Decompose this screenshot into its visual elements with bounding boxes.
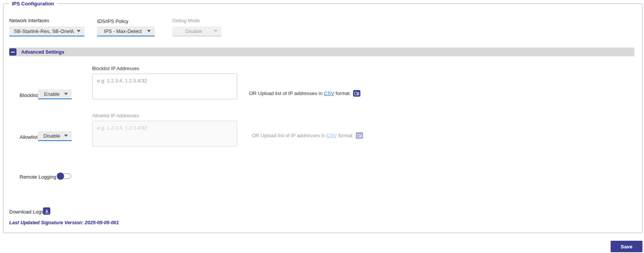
save-button[interactable]: Save <box>611 241 642 252</box>
debug-mode-label: Debug Mode <box>172 18 200 23</box>
blocklist-state-value: Enable <box>43 91 61 97</box>
ids-ips-policy-label: IDS/IPS Policy <box>97 19 128 24</box>
ips-configuration-panel: IPS Configuration Network Interfaces SB-… <box>3 1 642 233</box>
blocklist-state-dropdown[interactable]: Enable <box>38 89 72 99</box>
allowlist-upload-button <box>356 132 363 139</box>
remote-logging-toggle[interactable] <box>57 172 71 180</box>
allowlist-ip-addresses-input <box>92 121 237 146</box>
blocklist-csv-link[interactable]: CSV <box>324 90 334 96</box>
ids-ips-policy-value: IPS - Max-Detect <box>102 28 144 34</box>
allowlist-csv-upload-line: OR Upload list of IP addresses in CSV fo… <box>252 132 363 139</box>
download-icon <box>45 209 49 214</box>
download-logs-button[interactable] <box>43 207 50 215</box>
toggle-knob <box>57 172 64 180</box>
allowlist-upload-text: OR Upload list of IP addresses in <box>252 133 327 138</box>
blocklist-ip-addresses-input[interactable] <box>92 74 237 99</box>
ids-ips-policy-dropdown[interactable]: IPS - Max-Detect <box>97 26 155 36</box>
blocklist-upload-text-suffix: format <box>334 90 350 96</box>
network-interfaces-dropdown[interactable]: SB-Starlink-Res, SB-OneWebb <box>9 26 84 36</box>
remote-logging-label: Remote Logging <box>20 174 56 180</box>
blocklist-ip-addresses-label: Blocklist IP Addresses <box>92 66 139 71</box>
blocklist-upload-text: OR Upload list of IP addresses in <box>249 90 324 96</box>
minus-icon <box>11 52 15 53</box>
chevron-down-icon <box>214 30 218 32</box>
chevron-down-icon <box>77 30 81 32</box>
signature-version-text: Last Updated Signature Version: 2025-05-… <box>9 220 119 225</box>
advanced-settings-bar: Advanced Settings <box>9 48 634 56</box>
allowlist-ip-addresses-label: Allowlist IP Addresses <box>92 113 139 118</box>
chevron-down-icon <box>147 30 151 32</box>
blocklist-label: Blocklist <box>20 92 38 98</box>
blocklist-csv-upload-line: OR Upload list of IP addresses in CSV fo… <box>249 90 360 97</box>
folder-upload-icon <box>357 133 362 138</box>
chevron-down-icon <box>64 135 68 137</box>
collapse-minus-button[interactable] <box>9 48 17 56</box>
debug-mode-value: Disable <box>177 28 211 34</box>
allowlist-label: Allowlist <box>20 134 38 140</box>
download-logs-label: Download Logs <box>9 209 44 215</box>
allowlist-state-value: Disable <box>43 133 61 139</box>
allowlist-state-dropdown[interactable]: Disable <box>38 131 72 141</box>
network-interfaces-value: SB-Starlink-Res, SB-OneWebb <box>14 28 74 34</box>
allowlist-csv-link: CSV <box>327 133 337 138</box>
folder-upload-icon <box>354 91 359 95</box>
allowlist-upload-text-suffix: format <box>337 133 352 138</box>
ips-configuration-page: IPS Configuration Network Interfaces SB-… <box>0 0 644 253</box>
advanced-settings-title: Advanced Settings <box>21 49 64 55</box>
panel-legend: IPS Configuration <box>9 1 57 7</box>
debug-mode-dropdown: Disable <box>172 26 221 36</box>
chevron-down-icon <box>64 93 68 95</box>
network-interfaces-label: Network Interfaces <box>9 18 49 23</box>
blocklist-upload-button[interactable] <box>353 90 360 97</box>
